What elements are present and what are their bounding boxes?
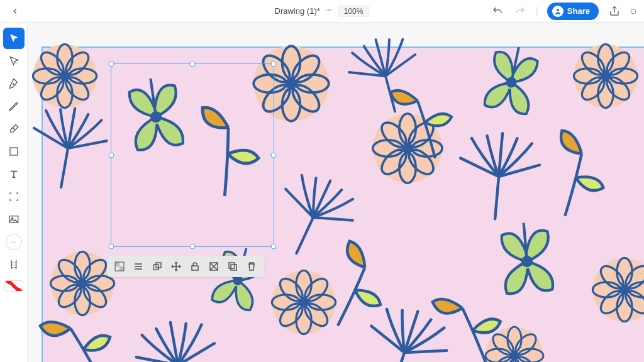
artboard[interactable]: LAURA COYLE CREATIVE [43,48,644,362]
lock-icon[interactable] [186,258,204,275]
svg-point-6 [13,84,14,85]
selection-handle-s[interactable] [190,244,196,250]
transparency-grid-icon[interactable] [111,258,128,275]
selection-handle-se[interactable] [271,244,277,250]
zoom-level[interactable]: 100% [338,5,370,18]
document-title-area: Drawing (1)* 100% [275,5,370,18]
arrange-icon[interactable] [148,258,166,275]
pencil-tool[interactable] [3,96,25,117]
trash-icon[interactable] [243,258,260,275]
selection-handle-ne[interactable] [271,62,277,67]
export-button[interactable] [608,4,621,18]
svg-point-1 [328,9,330,11]
redo-button[interactable] [513,4,527,18]
svg-point-2 [330,9,331,11]
selection-handle-nw[interactable] [109,62,114,67]
selection-handle-n[interactable] [190,62,196,67]
svg-point-0 [326,9,327,11]
eraser-tool[interactable] [3,118,25,140]
app-header: Drawing (1)* 100% | Share [0,0,644,23]
cloud-sync-icon [325,6,333,16]
selection-handle-sw[interactable] [109,244,114,250]
direct-select-tool[interactable] [3,50,25,72]
svg-rect-7 [10,148,18,155]
left-toolbar: – [0,23,28,362]
artboard-tool[interactable] [3,186,25,207]
svg-rect-23 [119,266,124,271]
list-icon[interactable] [130,258,147,275]
duplicate-icon[interactable] [224,258,242,275]
back-button[interactable] [8,4,23,19]
toolbar-divider: – [6,234,22,250]
svg-rect-34 [231,265,236,270]
document-title[interactable]: Drawing (1)* [275,6,320,16]
move-icon[interactable] [167,258,185,275]
selection-handle-e[interactable] [271,153,277,158]
pattern-icon[interactable] [205,258,223,275]
undo-button[interactable] [491,4,504,18]
canvas-area[interactable]: LAURA COYLE CREATIVE [28,23,644,362]
ruler-tool[interactable] [3,254,25,275]
type-tool[interactable] [3,163,25,185]
share-label: Share [567,6,590,16]
place-image-tool[interactable] [3,209,25,230]
pen-tool[interactable] [3,73,25,94]
share-avatar-icon [552,6,564,17]
select-tool[interactable] [3,28,25,49]
more-button[interactable] [630,4,636,18]
svg-rect-33 [229,263,235,268]
selection-context-toolbar [107,256,264,277]
shape-tool[interactable] [3,141,25,162]
svg-rect-22 [115,262,119,266]
svg-point-5 [631,9,636,14]
selection-handle-w[interactable] [109,153,114,158]
svg-point-3 [557,9,559,11]
stroke-swatch[interactable] [4,280,23,292]
svg-rect-29 [192,266,198,270]
share-button[interactable]: Share [547,3,599,20]
